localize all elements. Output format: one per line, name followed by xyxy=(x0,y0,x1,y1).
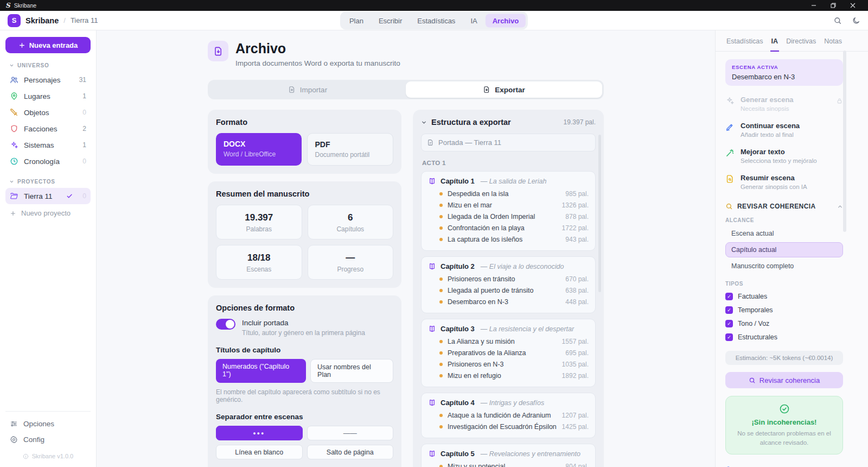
projects-section-header[interactable]: PROYECTOS xyxy=(9,179,87,185)
scene-row[interactable]: Preparativos de la Alianza695 pal. xyxy=(428,347,589,358)
separator-blank-line-button[interactable]: Línea en blanco xyxy=(216,445,303,459)
scene-row[interactable]: Prisioneros en N-31035 pal. xyxy=(428,358,589,370)
close-button[interactable] xyxy=(843,0,863,11)
type-factuales[interactable]: ✓ Factuales xyxy=(725,289,843,303)
cover-row[interactable]: Portada — Tierra 11 xyxy=(421,134,596,152)
nav-plan[interactable]: Plan xyxy=(342,14,371,27)
panel-tab-estadisticas[interactable]: Estadísticas xyxy=(725,37,764,51)
sidebar-item-objetos[interactable]: Objetos 0 xyxy=(5,104,91,121)
book-open-icon xyxy=(428,177,436,185)
tab-exportar[interactable]: Exportar xyxy=(406,81,602,98)
scene-row[interactable]: Confrontación en la playa1722 pal. xyxy=(428,222,589,234)
search-icon[interactable] xyxy=(833,16,842,25)
scope-escena-actual[interactable]: Escena actual xyxy=(725,226,843,241)
nav-ia[interactable]: IA xyxy=(463,14,484,27)
universe-section-header[interactable]: UNIVERSO xyxy=(9,62,87,68)
structure-title[interactable]: Estructura a exportar xyxy=(431,118,559,127)
chapter-card[interactable]: Capítulo 1 — La salida de Leriah Despedi… xyxy=(421,171,596,251)
result-description: No se detectaron problemas en el alcance… xyxy=(731,429,837,447)
panel-scrollbar[interactable] xyxy=(843,51,846,232)
panel-tab-directivas[interactable]: Directivas xyxy=(785,37,817,51)
checkbox-checked-icon[interactable]: ✓ xyxy=(725,333,733,341)
breadcrumb[interactable]: Tierra 11 xyxy=(71,16,98,24)
file-text-icon xyxy=(725,174,735,184)
chapter-card[interactable]: Capítulo 4 — Intrigas y desafíos Ataque … xyxy=(421,393,596,438)
nav-escribir[interactable]: Escribir xyxy=(372,14,409,27)
type-temporales[interactable]: ✓ Temporales xyxy=(725,303,843,317)
continue-scene-button[interactable]: Continuar escena Añadir texto al final xyxy=(725,122,843,138)
chapter-card[interactable]: Capítulo 5 — Revelaciones y entrenamient… xyxy=(421,444,596,467)
scope-manuscrito-completo[interactable]: Manuscrito completo xyxy=(725,258,843,274)
scene-row[interactable]: La Alianza y su misión1557 pal. xyxy=(428,336,589,347)
scene-row[interactable]: Llegada de la Orden Imperial878 pal. xyxy=(428,211,589,222)
type-tono-voz[interactable]: ✓ Tono / Voz xyxy=(725,317,843,330)
sidebar-item-sistemas[interactable]: Sistemas 1 xyxy=(5,137,91,153)
nav-estadisticas[interactable]: Estadísticas xyxy=(410,14,462,27)
chevron-down-icon xyxy=(9,179,14,184)
sidebar-item-config[interactable]: Config xyxy=(5,432,91,447)
checkbox-checked-icon[interactable]: ✓ xyxy=(725,306,733,314)
chapter-card[interactable]: Capítulo 2 — El viaje a lo desconocido P… xyxy=(421,256,596,313)
generate-scene-button[interactable]: Generar escena Necesita sinopsis xyxy=(725,96,843,112)
tab-importar[interactable]: Importar xyxy=(209,81,406,98)
magic-wand-icon xyxy=(725,148,735,157)
dark-mode-moon-icon[interactable] xyxy=(852,16,860,25)
check-coherence-button[interactable]: Revisar coherencia xyxy=(725,372,843,388)
structure-scrollbar[interactable] xyxy=(598,135,601,292)
sidebar-item-lugares[interactable]: Lugares 1 xyxy=(5,88,91,104)
count-badge: 1 xyxy=(82,141,86,149)
chapter-card[interactable]: Capítulo 3 — La resistencia y el despert… xyxy=(421,319,596,387)
pencil-icon xyxy=(725,122,735,131)
scope-capitulo-actual[interactable]: Capítulo actual xyxy=(725,242,843,257)
sidebar-item-cronologia[interactable]: Cronología 0 xyxy=(5,153,91,169)
scene-row[interactable]: Desembarco en N-3448 pal. xyxy=(428,296,589,307)
chapter-titles-plan-button[interactable]: Usar nombres del Plan xyxy=(310,359,393,383)
sparkles-icon xyxy=(725,96,735,105)
scene-bullet-icon xyxy=(439,363,443,366)
info-icon xyxy=(23,453,29,459)
scene-row[interactable]: Investigación del Escuadrón Épsilon1425 … xyxy=(428,421,589,432)
sidebar-item-project-tierra-11[interactable]: Tierra 11 0 xyxy=(5,188,91,204)
summarize-scene-button[interactable]: Resumir escena Generar sinopsis con IA xyxy=(725,174,843,190)
sidebar-item-personajes[interactable]: Personajes 31 xyxy=(5,72,91,88)
token-estimate: Estimación: ~5K tokens (~€0.0014) xyxy=(725,351,843,365)
scene-row[interactable]: Mizu en el mar1326 pal. xyxy=(428,199,589,211)
checkbox-checked-icon[interactable]: ✓ xyxy=(725,320,733,327)
panel-tab-notas[interactable]: Notas xyxy=(823,37,843,51)
scene-row[interactable]: Ataque a la fundición de Adranium1207 pa… xyxy=(428,409,589,421)
chapter-titles-numerados-button[interactable]: Numerados ("Capítulo 1") xyxy=(216,359,306,383)
checkbox-checked-icon[interactable]: ✓ xyxy=(725,293,733,300)
sidebar-item-opciones[interactable]: Opciones xyxy=(5,416,91,432)
nav-archivo[interactable]: Archivo xyxy=(486,14,526,27)
panel-tab-ia[interactable]: IA xyxy=(770,37,780,52)
separator-line-button[interactable]: —— xyxy=(307,426,394,440)
scene-bullet-icon xyxy=(439,226,443,230)
sidebar-item-facciones[interactable]: Facciones 2 xyxy=(5,121,91,137)
sidebar: Nueva entrada UNIVERSO Personajes 31 Lug… xyxy=(0,30,97,467)
type-estructurales[interactable]: ✓ Estructurales xyxy=(725,330,843,344)
format-option-pdf[interactable]: PDF Documento portátil xyxy=(307,133,394,166)
separator-dots-button[interactable]: ••• xyxy=(216,426,303,440)
right-panel: Estadísticas IA Directivas Notas ESCENA … xyxy=(715,30,868,467)
active-scene-label: ESCENA ACTIVA xyxy=(732,64,837,70)
toggle-incluir-portada[interactable] xyxy=(216,319,235,330)
new-entry-button[interactable]: Nueva entrada xyxy=(5,37,91,53)
scene-row[interactable]: Despedida en la isla985 pal. xyxy=(428,188,589,199)
coherence-section-header[interactable]: REVISAR COHERENCIA xyxy=(725,203,843,210)
sparkles-icon xyxy=(10,141,18,149)
stat-escenas: 18/18 Escenas xyxy=(216,245,302,280)
scene-row[interactable]: Llegada al puerto de tránsito638 pal. xyxy=(428,285,589,296)
scene-row[interactable]: La captura de los isleños943 pal. xyxy=(428,234,589,245)
format-option-docx[interactable]: DOCX Word / LibreOffice xyxy=(216,133,302,166)
maximize-button[interactable] xyxy=(824,0,843,11)
separator-page-break-button[interactable]: Salto de página xyxy=(307,445,394,459)
scene-row[interactable]: Mizu y su potencial804 pal. xyxy=(428,460,589,467)
check-circle-icon xyxy=(731,403,837,414)
scene-row[interactable]: Mizu en el refugio1892 pal. xyxy=(428,370,589,381)
new-project-button[interactable]: Nuevo proyecto xyxy=(5,204,91,222)
improve-text-button[interactable]: Mejorar texto Selecciona texto y mejóral… xyxy=(725,148,843,164)
scene-row[interactable]: Prisioneros en tránsito670 pal. xyxy=(428,273,589,285)
structure-card: Estructura a exportar 19.397 pal. Portad… xyxy=(413,110,604,467)
minimize-button[interactable] xyxy=(804,0,824,11)
folder-icon xyxy=(10,192,18,200)
